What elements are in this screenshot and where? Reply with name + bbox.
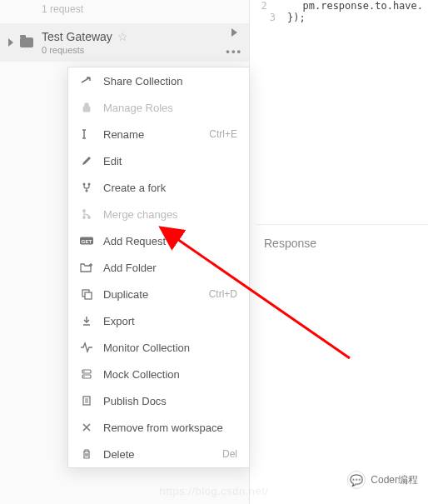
- svg-rect-10: [85, 292, 92, 299]
- menu-label: Add Folder: [103, 262, 237, 274]
- lock-icon: [80, 101, 93, 114]
- code-line: 3});: [261, 12, 423, 23]
- trash-icon: [80, 447, 93, 461]
- svg-point-14: [83, 376, 85, 377]
- menu-export[interactable]: Export: [68, 307, 249, 334]
- context-menu: Share Collection Manage Roles Rename Ctr…: [67, 67, 250, 468]
- menu-label: Mock Collection: [103, 368, 237, 381]
- menu-label: Duplicate: [103, 288, 209, 301]
- menu-label: Merge changes: [103, 208, 237, 221]
- folder-plus-icon: [80, 261, 93, 274]
- faint-url: https://blog.csdn.net/: [160, 485, 269, 497]
- menu-share[interactable]: Share Collection: [68, 67, 249, 94]
- code-editor[interactable]: 2 pm.response.to.have. 3});: [256, 0, 428, 225]
- menu-shortcut: Del: [222, 448, 237, 460]
- menu-label: Remove from workspace: [103, 422, 237, 434]
- menu-label: Edit: [103, 155, 237, 167]
- menu-add-folder[interactable]: Add Folder: [68, 254, 249, 281]
- collection-title: Test Gateway: [42, 30, 112, 43]
- menu-shortcut: Ctrl+E: [209, 128, 237, 140]
- menu-label: Delete: [103, 448, 222, 461]
- menu-label: Share Collection: [103, 75, 237, 87]
- menu-remove[interactable]: Remove from workspace: [68, 414, 249, 441]
- collection-row[interactable]: Test Gateway ☆ 0 requests •••: [0, 23, 249, 62]
- get-badge-icon: GET: [80, 234, 93, 247]
- menu-manage-roles: Manage Roles: [68, 94, 249, 121]
- right-pane: 2 pm.response.to.have. 3}); Response: [256, 0, 428, 504]
- menu-label: Publish Docs: [103, 395, 237, 407]
- menu-label: Manage Roles: [103, 102, 237, 114]
- docs-icon: [80, 394, 93, 407]
- folder-icon: [20, 37, 33, 47]
- menu-label: Add Request: [103, 235, 237, 247]
- collection-subtitle: 0 requests: [42, 45, 241, 55]
- wechat-icon: 💬: [347, 471, 366, 489]
- prev-collection-sub: 1 request: [0, 0, 249, 23]
- caret-right-icon: [8, 38, 13, 47]
- menu-publish[interactable]: Publish Docs: [68, 387, 249, 414]
- run-icon[interactable]: [231, 28, 237, 37]
- menu-monitor[interactable]: Monitor Collection: [68, 334, 249, 361]
- svg-text:GET: GET: [82, 238, 92, 244]
- menu-edit[interactable]: Edit: [68, 147, 249, 174]
- merge-icon: [80, 207, 93, 221]
- menu-mock[interactable]: Mock Collection: [68, 361, 249, 387]
- share-icon: [80, 74, 93, 87]
- response-section-header: Response: [256, 225, 428, 262]
- menu-label: Export: [103, 315, 237, 327]
- rename-icon: [80, 127, 93, 141]
- menu-rename[interactable]: Rename Ctrl+E: [68, 121, 249, 147]
- menu-merge: Merge changes: [68, 201, 249, 227]
- menu-fork[interactable]: Create a fork: [68, 174, 249, 201]
- server-icon: [80, 367, 93, 381]
- menu-shortcut: Ctrl+D: [209, 288, 237, 300]
- watermark: 💬 Coder编程: [347, 471, 418, 489]
- svg-rect-0: [83, 107, 90, 112]
- code-line: 2 pm.response.to.have.: [261, 0, 423, 12]
- menu-label: Monitor Collection: [103, 342, 237, 354]
- pencil-icon: [80, 154, 93, 167]
- menu-label: Create a fork: [103, 182, 237, 194]
- menu-add-request[interactable]: GET Add Request: [68, 227, 249, 254]
- x-icon: [80, 421, 93, 434]
- menu-label: Rename: [103, 128, 209, 141]
- menu-delete[interactable]: Delete Del: [68, 441, 249, 467]
- fork-icon: [80, 181, 93, 194]
- menu-duplicate[interactable]: Duplicate Ctrl+D: [68, 281, 249, 307]
- star-icon[interactable]: ☆: [117, 30, 128, 43]
- more-options-icon[interactable]: •••: [226, 45, 242, 57]
- duplicate-icon: [80, 287, 93, 301]
- svg-point-13: [83, 371, 85, 372]
- watermark-text: Coder编程: [371, 473, 418, 487]
- collection-info: Test Gateway ☆ 0 requests: [42, 30, 241, 55]
- activity-icon: [80, 341, 93, 354]
- download-icon: [80, 314, 93, 327]
